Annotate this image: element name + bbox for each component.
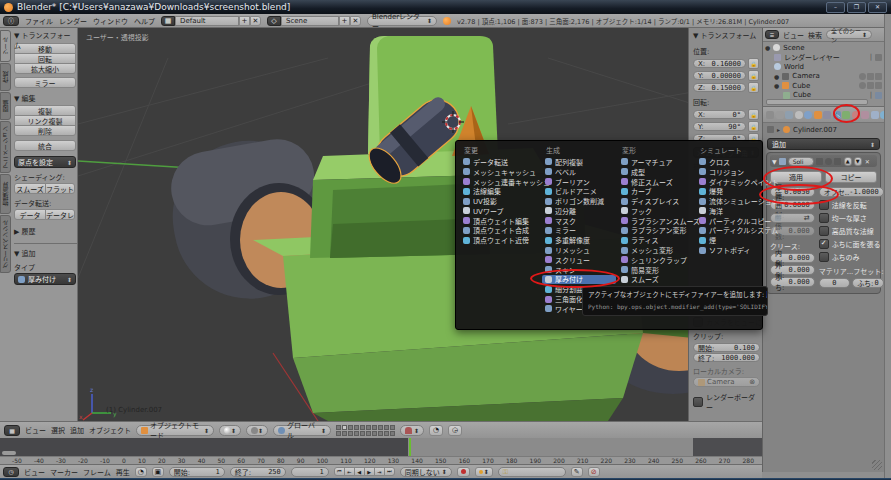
shade-flat-button[interactable]: フラット	[45, 183, 75, 194]
shade-smooth-button[interactable]: スムーズ	[14, 183, 46, 194]
toolshelf-tab-create[interactable]: 作成	[0, 63, 11, 91]
record-button[interactable]	[457, 467, 470, 477]
menu-item[interactable]: パーティクルシステム	[696, 226, 762, 236]
scale-button[interactable]: 拡大縮小	[14, 63, 76, 74]
scene-add-button[interactable]: +	[339, 16, 350, 26]
frame-start-field[interactable]: 開始:1	[169, 467, 225, 477]
menu-item[interactable]: 辺分離	[542, 206, 616, 216]
object-menu[interactable]: オブジェクト	[89, 425, 131, 435]
menu-item[interactable]: メッシュ変形	[618, 245, 694, 255]
close-button[interactable]: ✕	[868, 2, 887, 13]
timeline-region[interactable]	[0, 438, 762, 456]
mode-dropdown[interactable]: オブジェクトモード⬍	[136, 425, 214, 436]
timeline-playback-menu[interactable]: 再生	[116, 467, 130, 477]
menu-render[interactable]: レンダー	[59, 16, 87, 26]
toolshelf-tab-animation[interactable]: アニメーション	[0, 121, 11, 173]
menu-item[interactable]: ベベル	[542, 167, 616, 177]
render-border-row[interactable]: レンダーボーダー	[693, 392, 760, 412]
visibility-eye-icon[interactable]	[859, 82, 866, 89]
lock-icon[interactable]: 🔒	[748, 58, 759, 69]
menu-item[interactable]: リメッシュ	[542, 245, 616, 255]
menu-item[interactable]: データ転送	[460, 157, 540, 167]
render-layers-tab-icon[interactable]	[785, 111, 793, 119]
editor-type-icon[interactable]: ⓘ	[3, 16, 19, 26]
editor-type-3dview-icon[interactable]: ▦	[4, 425, 20, 436]
only-rim-row[interactable]: ふちのみ	[819, 252, 884, 262]
menu-window[interactable]: ウィンドウ	[93, 16, 128, 26]
toolshelf-tab-physics[interactable]: 物理演算	[0, 174, 11, 214]
offset-field[interactable]: オフセ..-1.0000	[819, 187, 884, 197]
even-thickness-checkbox[interactable]	[819, 213, 829, 223]
layout-delete-button[interactable]: ✕	[250, 16, 261, 26]
move-down-button[interactable]: ▼	[854, 157, 862, 166]
current-frame-line[interactable]	[409, 438, 411, 456]
outliner-row-scene[interactable]: ●Scene	[765, 43, 882, 53]
menu-item[interactable]: スムーズ	[618, 275, 694, 285]
menu-item[interactable]: ブーリアン	[542, 177, 616, 187]
select-menu[interactable]: 選択	[51, 425, 65, 435]
snap-dropdown[interactable]: ⬍	[400, 425, 424, 436]
screen-layout-selector[interactable]: ▦ Default + ✕	[161, 16, 261, 26]
texture-tab-icon[interactable]	[861, 111, 869, 119]
editor-type-outliner-icon[interactable]: ☰	[765, 30, 779, 39]
world-tab-icon[interactable]	[804, 111, 812, 119]
add-menu[interactable]: 追加	[70, 425, 84, 435]
menu-item[interactable]: 修正スムーズ	[618, 177, 694, 187]
loc-x-field[interactable]: X:0.16000	[693, 59, 746, 68]
editmode-toggle-icon[interactable]	[834, 158, 841, 165]
menu-item[interactable]: 多重解像度	[542, 235, 616, 245]
panel-add-header[interactable]: ▼ 追加	[14, 248, 77, 259]
resize-grip[interactable]	[872, 460, 882, 470]
render-toggle-icon[interactable]	[816, 158, 823, 165]
render-opengl-button[interactable]: ◔	[429, 425, 443, 436]
title-bar[interactable]: Blender* [C:¥Users¥anazawa¥Downloads¥scr…	[0, 0, 891, 14]
menu-item[interactable]: ソフトボディ	[696, 245, 762, 255]
menu-item[interactable]: ビルドアニメ	[542, 186, 616, 196]
modifier-name-field[interactable]: Soli	[788, 157, 814, 166]
copy-button[interactable]: コピー	[825, 171, 877, 183]
menu-item[interactable]: ポリゴン数削減	[542, 196, 616, 206]
menu-item[interactable]: スクリュー	[542, 255, 616, 265]
render-opengl-anim-button[interactable]: ◶	[448, 425, 462, 436]
menu-help[interactable]: ヘルプ	[134, 16, 155, 26]
join-button[interactable]: 統合	[14, 140, 76, 151]
loc-y-field[interactable]: Y:0.00000	[693, 71, 746, 80]
menu-item[interactable]: シュリンクラップ	[618, 255, 694, 265]
material-offset-rim-field[interactable]: ふち:0	[852, 278, 884, 288]
orientation-dropdown[interactable]: グローバル⬍	[273, 425, 331, 436]
preview-range-icon[interactable]: ◔	[135, 467, 147, 477]
menu-item[interactable]: メッシュ連番キャッシュ	[460, 177, 540, 187]
panel-transform-header[interactable]: ▼ トランスフォーム	[14, 30, 77, 41]
constraints-tab-icon[interactable]	[823, 111, 831, 119]
selectable-icon[interactable]	[867, 82, 874, 89]
keying-set-dropdown[interactable]: ⬍	[475, 467, 493, 477]
outliner-filter-dropdown[interactable]: 全てのシーン⬍	[826, 30, 872, 39]
modifier-header[interactable]: ▼ Soli ▲ ▼ ✕	[770, 155, 877, 167]
menu-item[interactable]: 成型	[618, 167, 694, 177]
menu-item[interactable]: クロス	[696, 157, 762, 167]
render-tab-icon[interactable]	[776, 111, 784, 119]
menu-item[interactable]: 流体シミュレーション	[696, 196, 762, 206]
add-type-dropdown[interactable]: 厚み付け ⬍	[14, 273, 76, 285]
menu-item[interactable]: 頂点ウェイト合成	[460, 226, 540, 236]
outliner-row-world[interactable]: World	[765, 62, 882, 72]
menu-item[interactable]: スキン	[542, 265, 616, 275]
fill-rim-checkbox[interactable]: ✓	[819, 239, 829, 249]
material-offset-field[interactable]: 0	[819, 278, 851, 288]
menu-item[interactable]: コリジョン	[696, 167, 762, 177]
timeline-view-menu[interactable]: ビュー	[24, 467, 45, 477]
fill-rim-row[interactable]: ✓ふちに面を張る	[819, 239, 884, 249]
even-thickness-row[interactable]: 均一な厚さ	[819, 213, 884, 223]
visibility-eye-icon[interactable]	[859, 73, 866, 80]
hq-normals-checkbox[interactable]	[819, 226, 829, 236]
layout-add-button[interactable]: +	[239, 16, 250, 26]
hq-normals-row[interactable]: 高品質な法線	[819, 226, 884, 236]
timeline-frame-menu[interactable]: フレーム	[83, 467, 111, 477]
current-frame-field[interactable]: 1	[291, 467, 329, 477]
delete-modifier-icon[interactable]: ✕	[865, 158, 870, 165]
npanel-transform-header[interactable]: ▼ トランスフォーム	[693, 30, 759, 40]
mirror-button[interactable]: ミラー	[14, 77, 76, 88]
eye-toggle-icon[interactable]	[825, 158, 832, 165]
renderable-icon[interactable]	[875, 82, 882, 89]
menu-item[interactable]: カーブ	[618, 186, 694, 196]
